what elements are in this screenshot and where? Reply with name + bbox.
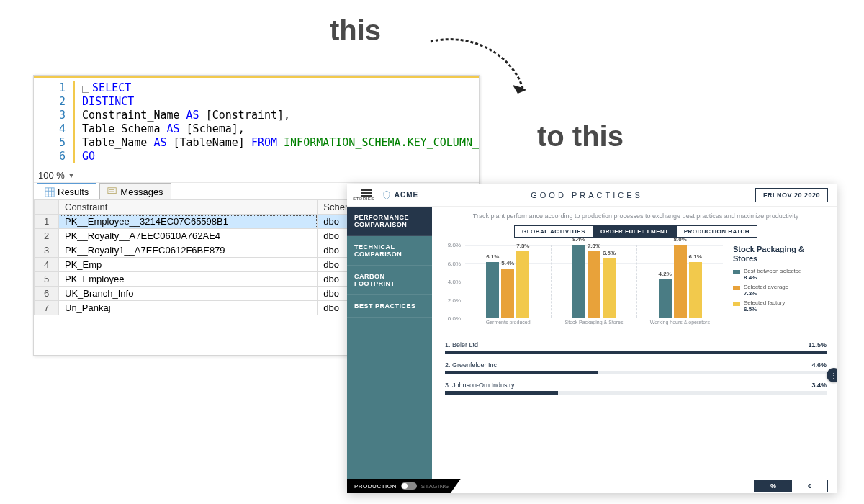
legend-item: Selected factory6.5% [733, 300, 827, 312]
env-on-label: PRODUCTION [354, 483, 397, 490]
chart-group: 4.2%8.0%6.1% [637, 245, 723, 318]
col-constraint[interactable]: Constraint [59, 200, 318, 215]
ranking-item[interactable]: 3. Johnson-Orn Industry3.4% [445, 382, 827, 395]
unit-percent[interactable]: % [755, 480, 792, 492]
legend-title: Stock Packaging & Stores [733, 245, 827, 264]
date-picker[interactable]: FRI NOV 20 2020 [755, 188, 828, 202]
toggle-icon[interactable] [401, 482, 417, 490]
svg-rect-5 [108, 188, 116, 194]
sidebar-item[interactable]: CARBON FOOTPRINT [347, 266, 432, 295]
chart-bar[interactable]: 6.5% [603, 258, 616, 318]
segment[interactable]: ORDER FULFILLMENT [593, 225, 677, 238]
subtitle: Track plant performance according to pro… [445, 212, 827, 220]
chart-bar[interactable]: 8.0% [674, 245, 687, 318]
ranking-item[interactable]: 1. Beier Ltd11.5% [445, 341, 827, 354]
dashboard-footer: PRODUCTION STAGING % € [347, 479, 837, 493]
rankings: 1. Beier Ltd11.5%2. Greenfelder Inc4.6%3… [445, 341, 827, 395]
brand: ACME [382, 190, 418, 200]
segment[interactable]: PRODUCTION BATCH [677, 225, 757, 238]
col-rownum[interactable] [35, 200, 59, 215]
tab-messages[interactable]: Messages [99, 183, 171, 199]
zoom-dropdown-icon[interactable]: ▼ [68, 171, 75, 179]
chart-bar[interactable]: 6.1% [689, 262, 702, 318]
code-body[interactable]: −SELECTDISTINCTConstraint_Name AS [Const… [73, 81, 479, 163]
bar-chart: 8.0%6.0%4.0%2.0%0.0% 6.1%5.4%7.3%8.4%7.3… [445, 245, 723, 331]
legend-item: Best between selected8.4% [733, 268, 827, 281]
tab-results-label: Results [58, 186, 89, 197]
heading-this: this [330, 14, 381, 47]
chart-group: 8.4%7.3%6.5% [552, 245, 638, 318]
chart-bar[interactable]: 5.4% [501, 269, 514, 318]
chart-y-axis: 8.0%6.0%4.0%2.0%0.0% [445, 245, 464, 318]
chart-bar[interactable]: 8.4% [572, 245, 585, 318]
chart-bar[interactable]: 7.3% [516, 251, 529, 318]
ranking-item[interactable]: 2. Greenfelder Inc4.6% [445, 361, 827, 374]
unit-switch[interactable]: % € [754, 480, 828, 492]
sidebar: PERFORMANCE COMPARAISONTECHNICAL COMPARI… [347, 207, 432, 479]
sidebar-item[interactable]: TECHNICAL COMPARISON [347, 236, 432, 266]
legend-item: Selected average7.3% [733, 284, 827, 297]
segment-control: GLOBAL ACTIVITIESORDER FULFILLMENTPRODUC… [445, 225, 827, 238]
tab-messages-label: Messages [120, 186, 163, 197]
more-options-button[interactable]: ⋮ [827, 368, 837, 382]
code-editor[interactable]: 123456 −SELECTDISTINCTConstraint_Name AS… [34, 76, 479, 168]
dashboard-topbar: STORIES ACME GOOD PRACTICES FRI NOV 20 2… [347, 184, 837, 207]
svg-rect-0 [45, 187, 54, 196]
dashboard-panel: STORIES ACME GOOD PRACTICES FRI NOV 20 2… [347, 184, 837, 493]
chart-group: 6.1%5.4%7.3% [465, 245, 552, 318]
sidebar-item[interactable]: PERFORMANCE COMPARAISON [347, 207, 432, 236]
environment-toggle[interactable]: PRODUCTION STAGING [347, 479, 461, 493]
chart-x-axis: Garments producedStock Packaging & Store… [465, 318, 723, 331]
hamburger-label: STORIES [353, 197, 374, 201]
dashboard-main: Track plant performance according to pro… [432, 207, 837, 479]
chart-bar[interactable]: 4.2% [659, 279, 672, 318]
chart-legend: Stock Packaging & Stores Best between se… [733, 245, 827, 331]
tab-results[interactable]: Results [37, 183, 96, 199]
zoom-level[interactable]: 100 % [38, 170, 65, 181]
brand-name: ACME [395, 191, 418, 199]
env-off-label: STAGING [421, 483, 449, 490]
messages-icon [107, 186, 117, 197]
chart-plot: 6.1%5.4%7.3%8.4%7.3%6.5%4.2%8.0%6.1% [465, 245, 723, 318]
hamburger-icon[interactable] [361, 189, 372, 197]
sidebar-item[interactable]: BEST PRACTICES [347, 295, 432, 318]
heading-to-this: to this [537, 120, 624, 153]
dashboard-title: GOOD PRACTICES [418, 191, 755, 199]
line-gutter: 123456 [34, 81, 73, 163]
brand-logo-icon [382, 190, 392, 200]
unit-euro[interactable]: € [792, 480, 827, 492]
chart-bar[interactable]: 6.1% [486, 262, 499, 318]
grid-icon [45, 187, 55, 197]
chart-bar[interactable]: 7.3% [588, 251, 600, 318]
